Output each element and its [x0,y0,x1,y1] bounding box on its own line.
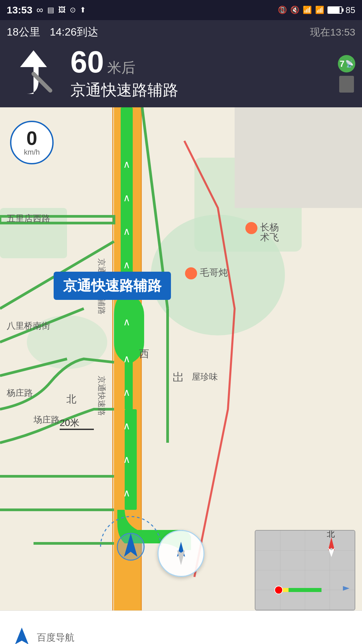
image-icon: 🖼 [58,6,66,14]
nav-distance-time: 18公里 14:26到达 [7,25,98,40]
mini-map-svg: 北 [255,531,355,610]
svg-text:岀: 岀 [173,371,183,383]
signal-icon: 📶 [315,6,324,14]
speed-indicator: 0 km/h [10,121,54,164]
nav-current-time: 现在13:53 [310,25,355,39]
wifi-icon: 📶 [303,6,312,14]
baidu-arrow-icon [10,626,34,644]
infinity-icon: ∞ [37,5,43,15]
svg-point-61 [275,586,283,594]
mini-map[interactable]: 北 [255,530,355,610]
nav-right-icons: 7 📡 [338,55,355,93]
svg-text:∧: ∧ [123,353,130,364]
nav-info-row: 18公里 14:26到达 现在13:53 [7,25,355,40]
svg-rect-9 [141,107,142,644]
map-area[interactable]: ∧ ∧ ∧ ∧ ∧ ∧ ∧ ∧ ∧ ∧ 京通快速路辅路 京通快 [0,107,362,644]
speed-unit: km/h [24,148,40,157]
svg-text:术飞: 术飞 [260,232,279,243]
clock-icon: ⊙ [70,6,76,14]
svg-text:西: 西 [139,348,149,359]
svg-text:屋珍味: 屋珍味 [192,372,218,382]
nav-instruction-distance: 60 [70,47,104,77]
svg-text:∧: ∧ [123,159,130,170]
svg-text:∧: ∧ [123,192,130,203]
svg-text:八里桥南街: 八里桥南街 [7,321,50,331]
svg-rect-6 [235,107,362,208]
nav-distance: 18公里 [7,26,40,38]
baidu-text: 百度导航 [37,631,74,644]
nav-road-name: 京通快速路辅路 [70,80,328,101]
nav-sound-icon[interactable] [339,76,354,93]
compass-button[interactable] [158,530,204,577]
message-icon: ▤ [47,6,54,14]
svg-marker-66 [15,628,28,644]
mute-icon: 🔇 [290,6,299,14]
nav-instruction: 60 米后 京通快速路辅路 7 📡 [7,44,355,104]
svg-text:∧: ∧ [123,226,130,237]
svg-text:∧: ∧ [123,259,130,270]
svg-text:北: 北 [66,393,76,405]
nav-distance-label: 60 米后 京通快速路辅路 [70,47,328,101]
svg-text:∧: ∧ [123,454,130,465]
status-bar: 13:53 ∞ ▤ 🖼 ⊙ ⬆ 📵 🔇 📶 📶 85 [0,0,362,20]
svg-point-35 [245,222,257,234]
nav-header: 18公里 14:26到达 现在13:53 60 米后 京通快速路辅路 7 📡 [0,20,362,107]
svg-rect-8 [112,107,113,644]
battery-level: 85 [346,5,355,15]
nav-badge[interactable]: 7 📡 [338,55,355,72]
turn-arrow [7,47,60,101]
battery-indicator: 85 [327,5,355,15]
nav-eta: 14:26到达 [50,26,98,38]
svg-text:20米: 20米 [60,418,79,428]
phone-mute-icon: 📵 [278,6,287,14]
baidu-logo: 百度导航 [10,626,74,644]
svg-text:场庄路: 场庄路 [33,415,60,425]
svg-text:长杨: 长杨 [260,222,279,232]
nav-instruction-unit: 米后 [107,58,135,77]
svg-text:毛哥炖: 毛哥炖 [200,267,228,278]
time-display: 13:53 [7,4,33,16]
svg-text:北: 北 [327,531,335,538]
svg-text:∧: ∧ [123,420,130,431]
status-right: 📵 🔇 📶 📶 85 [278,5,355,15]
svg-text:京通快速路: 京通快速路 [97,376,106,416]
speed-value: 0 [26,128,37,148]
road-label-map: 京通快速路辅路 [54,272,171,300]
status-left: 13:53 ∞ ▤ 🖼 ⊙ ⬆ [7,4,86,16]
svg-text:杨庄路: 杨庄路 [6,388,33,398]
svg-text:五里店西路: 五里店西路 [7,213,50,223]
svg-text:∧: ∧ [123,387,130,398]
upload-icon: ⬆ [80,6,86,14]
bottom-bar: 百度导航 [0,610,362,644]
svg-text:∧: ∧ [123,316,130,327]
svg-text:∧: ∧ [123,487,130,498]
svg-point-33 [185,267,197,279]
